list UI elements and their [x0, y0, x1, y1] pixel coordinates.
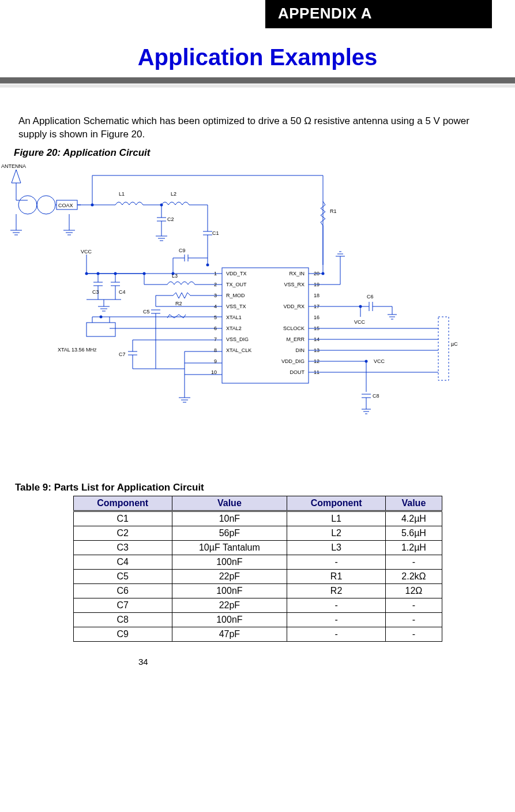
table-row: C310µF TantalumL31.2µH [73, 540, 442, 555]
svg-text:7: 7 [214, 336, 217, 342]
table-cell: R2 [287, 583, 385, 598]
page-title: Application Examples [23, 44, 492, 70]
svg-text:DIN: DIN [296, 347, 305, 353]
table-cell: L1 [287, 511, 385, 526]
ref-C4: C4 [119, 289, 126, 295]
svg-point-1 [18, 196, 37, 214]
table-row: C722pF-- [73, 598, 442, 612]
table-row: C4100nF-- [73, 555, 442, 569]
table-caption: Table 9: Parts List for Application Circ… [15, 482, 515, 493]
table-cell: - [287, 612, 385, 627]
divider-thin [0, 87, 515, 87]
svg-text:5: 5 [214, 315, 217, 320]
svg-text:R_MOD: R_MOD [226, 293, 245, 298]
svg-text:16: 16 [314, 315, 319, 320]
ref-C3: C3 [92, 289, 99, 295]
table-cell: 47pF [172, 627, 287, 641]
intro-paragraph: An Application Schematic which has been … [18, 115, 487, 141]
svg-text:SCLOCK: SCLOCK [283, 325, 305, 331]
table-row: C256pFL25.6µH [73, 526, 442, 540]
table-cell: C5 [73, 569, 172, 583]
table-cell: 10µF Tantalum [172, 540, 287, 555]
col-component-b: Component [287, 496, 385, 511]
table-row: C6100nFR212Ω [73, 583, 442, 598]
table-cell: 100nF [172, 612, 287, 627]
svg-text:4: 4 [214, 304, 217, 309]
ref-L2: L2 [171, 191, 176, 197]
coax-label: COAX [58, 203, 73, 208]
vcc-left-label: VCC [81, 249, 92, 255]
table-row: C8100nF-- [73, 612, 442, 627]
col-component-a: Component [73, 496, 172, 511]
svg-point-2 [37, 196, 55, 214]
svg-text:VDD_RX: VDD_RX [283, 304, 305, 309]
vcc-right-top: VCC [354, 319, 366, 325]
table-cell: 4.2µH [386, 511, 442, 526]
col-value-a: Value [172, 496, 287, 511]
table-cell: R1 [287, 569, 385, 583]
table-cell: 10nF [172, 511, 287, 526]
table-cell: 2.2kΩ [386, 569, 442, 583]
ref-C7: C7 [119, 351, 126, 357]
table-cell: C9 [73, 627, 172, 641]
svg-point-63 [100, 315, 103, 318]
svg-text:18: 18 [314, 293, 319, 298]
table-cell: C2 [73, 526, 172, 540]
svg-text:3: 3 [214, 293, 217, 298]
svg-text:XTAL1: XTAL1 [226, 315, 242, 320]
divider-thick [0, 77, 515, 84]
svg-rect-133 [438, 317, 449, 380]
ref-C6: C6 [367, 294, 374, 300]
page-number: 34 [138, 657, 515, 667]
svg-text:XTAL_CLK: XTAL_CLK [226, 347, 251, 353]
ref-C2: C2 [167, 216, 174, 222]
svg-point-23 [206, 263, 209, 266]
svg-text:DOUT: DOUT [290, 369, 305, 375]
ref-C9: C9 [179, 248, 186, 253]
schematic-figure: ANTENNA COAX [0, 161, 498, 461]
svg-text:10: 10 [211, 369, 217, 375]
table-row: C522pFR12.2kΩ [73, 569, 442, 583]
parts-table: Component Value Component Value C110nFL1… [73, 496, 442, 642]
svg-text:RX_IN: RX_IN [289, 271, 305, 276]
svg-text:VDD_TX: VDD_TX [226, 271, 247, 276]
svg-text:8: 8 [214, 347, 217, 353]
antenna-label: ANTENNA [1, 163, 26, 169]
table-row: C110nFL14.2µH [73, 511, 442, 526]
table-cell: C1 [73, 511, 172, 526]
ref-C8: C8 [373, 393, 379, 399]
table-cell: 5.6µH [386, 526, 442, 540]
svg-text:2: 2 [214, 282, 217, 287]
table-cell: - [287, 555, 385, 569]
svg-text:VSS_DIG: VSS_DIG [226, 336, 249, 342]
table-cell: L3 [287, 540, 385, 555]
table-cell: C6 [73, 583, 172, 598]
vcc-right-bot: VCC [374, 358, 385, 364]
table-header-row: Component Value Component Value [73, 496, 442, 511]
table-cell: 22pF [172, 598, 287, 612]
svg-text:VDD_DIG: VDD_DIG [281, 358, 305, 364]
ref-R2: R2 [175, 301, 182, 306]
table-cell: C3 [73, 540, 172, 555]
divider-thin [0, 85, 515, 85]
appendix-banner: APPENDIX A [265, 0, 492, 28]
table-cell: - [287, 627, 385, 641]
ref-R1: R1 [330, 208, 337, 214]
ref-L3: L3 [172, 273, 178, 279]
table-row: C947pF-- [73, 627, 442, 641]
table-cell: 22pF [172, 569, 287, 583]
xtal-label: XTAL 13.56 MHz [58, 347, 97, 353]
svg-point-113 [322, 272, 325, 275]
table-cell: - [386, 627, 442, 641]
table-cell: - [386, 555, 442, 569]
figure-caption: Figure 20: Application Circuit [14, 147, 487, 159]
table-cell: 12Ω [386, 583, 442, 598]
svg-text:XTAL2: XTAL2 [226, 325, 242, 331]
table-cell: C7 [73, 598, 172, 612]
table-cell: - [386, 598, 442, 612]
table-cell: 100nF [172, 583, 287, 598]
svg-text:VSS_TX: VSS_TX [226, 304, 246, 309]
uc-label: µC [451, 341, 458, 347]
col-value-b: Value [386, 496, 442, 511]
svg-text:M_ERR: M_ERR [286, 336, 305, 342]
